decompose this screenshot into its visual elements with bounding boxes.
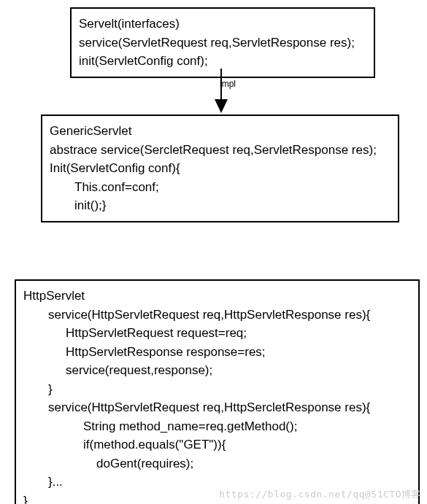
box3-line1: HttpServlet xyxy=(23,287,411,306)
box3-line6: } xyxy=(23,380,411,399)
generic-servlet-box: GenericServlet abstrace service(SercletR… xyxy=(41,115,399,222)
impl-arrow xyxy=(207,69,236,115)
watermark-text: https://blog.csdn.net/qq@51CTO博客 xyxy=(219,488,421,501)
box3-line7: service(HttpServletRequest req,HttpSercl… xyxy=(23,398,411,417)
box2-line1: GenericServlet xyxy=(50,122,391,141)
arrow-label: impl xyxy=(220,79,236,89)
box3-line2: service(HttpServletRequest req,HttpServl… xyxy=(23,306,411,325)
box1-line1: Servelt(interfaces) xyxy=(79,15,366,34)
box3-line8: String method_name=req.getMethod(); xyxy=(23,417,411,436)
box1-line3: init(ServletConfig conf); xyxy=(79,52,366,71)
box3-line10: doGent(requires); xyxy=(23,454,411,473)
box1-line2: service(ServletRequest req,ServletRespon… xyxy=(79,34,366,53)
box3-line3: HttpServletRequest request=req; xyxy=(23,324,411,343)
arrow-head-icon xyxy=(215,99,228,113)
http-servlet-box: HttpServlet service(HttpServletRequest r… xyxy=(15,279,420,504)
box3-line9: if(method.equals("GET")){ xyxy=(23,435,411,454)
servlet-interface-box: Servelt(interfaces) service(ServletReque… xyxy=(70,7,375,78)
box2-line3: Init(ServletConfig conf){ xyxy=(50,159,391,178)
box2-line2: abstrace service(SercletRequest req,Serv… xyxy=(50,141,391,160)
box3-line4: HttpServletResponse response=res; xyxy=(23,343,411,362)
box3-line5: service(request,response); xyxy=(23,361,411,380)
box2-line5: init();} xyxy=(50,196,391,215)
box2-line4: This.conf=conf; xyxy=(50,178,391,197)
